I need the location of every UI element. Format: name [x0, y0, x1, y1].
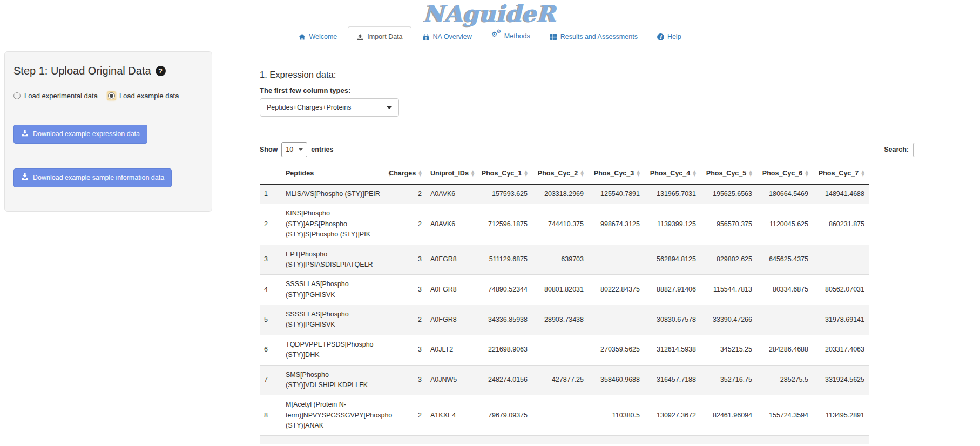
- sort-icon[interactable]: ▲▼: [471, 170, 475, 177]
- tab-welcome[interactable]: Welcome: [290, 26, 346, 48]
- table-row-partial: [260, 436, 869, 445]
- table-cell: 80801.82031: [532, 275, 588, 305]
- table-cell: 358460.9688: [588, 365, 644, 395]
- question-circle-icon[interactable]: ?: [156, 66, 166, 76]
- search-control: Search:: [884, 143, 980, 157]
- column-label: Phos_Cyc_2: [538, 170, 578, 177]
- chevron-down-icon: [299, 148, 303, 151]
- column-types-select[interactable]: Peptides+Charges+Proteins: [260, 98, 399, 117]
- table-cell: 88827.91406: [644, 275, 700, 305]
- table-cell: EPT[Phospho (STY)]PSIASDISLPIATQELR: [281, 245, 396, 275]
- upload-icon: [356, 33, 364, 41]
- show-label: Show: [260, 146, 278, 153]
- column-header-peptides[interactable]: Peptides▲▼: [281, 163, 396, 185]
- table-cell: 80334.6875: [756, 275, 813, 305]
- table-cell: 312614.5938: [644, 335, 700, 365]
- download-sample-information-button[interactable]: Download example sample information data: [13, 168, 172, 187]
- table-cell: 639703: [532, 245, 588, 275]
- column-header-rownames: [260, 163, 281, 185]
- table-cell: 115544.7813: [700, 275, 756, 305]
- divider: [13, 113, 201, 113]
- radio-icon: [13, 92, 21, 99]
- table-cell: 956570.375: [700, 204, 756, 245]
- download-icon: [21, 173, 29, 183]
- column-header-phos_cyc_6[interactable]: Phos_Cyc_6▲▼: [756, 163, 813, 185]
- table-cell: 284286.4688: [756, 335, 813, 365]
- tab-na-overview[interactable]: NA Overview: [414, 26, 481, 48]
- tab-label: Results and Assessments: [560, 32, 638, 42]
- table-body: 1MLISAVS[Phospho (STY)]PEIR2A0AVK6157593…: [260, 185, 869, 445]
- table-cell: 74890.52344: [474, 275, 532, 305]
- info-circle-icon: i: [657, 32, 664, 42]
- table-cell: 2: [396, 305, 426, 335]
- table-row: 8M[Acetyl (Protein N-term)]NPVYSPGSSGVPY…: [260, 395, 869, 436]
- table-cell: 157593.625: [474, 185, 532, 204]
- datatable-wrapper: Show 10 entries Search: Peptides▲▼Charge…: [260, 142, 980, 444]
- table-cell: 829802.625: [700, 245, 756, 275]
- sort-icon[interactable]: ▲▼: [693, 170, 696, 177]
- expression-data-table: Peptides▲▼Charges▲▼Uniprot_IDs▲▼Phos_Cyc…: [260, 163, 869, 444]
- column-label: Phos_Cyc_4: [650, 170, 690, 177]
- column-header-charges[interactable]: Charges▲▼: [396, 163, 426, 185]
- page-length-select[interactable]: 10: [281, 142, 307, 157]
- table-cell: 1120045.625: [756, 204, 813, 245]
- table-cell: M[Acetyl (Protein N-term)]NPVYSPGSSGVPY[…: [281, 395, 396, 436]
- tab-results-and-assessments[interactable]: Results and Assessments: [541, 26, 646, 48]
- table-row: 2KINS[Phospho (STY)]APS[Phospho (STY)]S[…: [260, 204, 869, 245]
- table-cell: MLISAVS[Phospho (STY)]PEIR: [281, 185, 396, 204]
- table-cell: 3: [396, 365, 426, 395]
- column-label: Uniprot_IDs: [430, 170, 469, 177]
- tab-methods[interactable]: ⚙⚙Methods: [483, 25, 539, 48]
- section-title: 1. Expression data:: [260, 70, 980, 80]
- download-icon: [21, 129, 29, 139]
- table-cell: 82461.96094: [700, 395, 756, 436]
- table-cell: 2: [396, 204, 426, 245]
- tab-import-data[interactable]: Import Data: [348, 26, 411, 48]
- table-row: 3EPT[Phospho (STY)]PSIASDISLPIATQELR3A0F…: [260, 245, 869, 275]
- column-header-phos_cyc_1[interactable]: Phos_Cyc_1▲▼: [474, 163, 532, 185]
- sort-icon[interactable]: ▲▼: [749, 170, 752, 177]
- column-header-phos_cyc_7[interactable]: Phos_Cyc_7▲▼: [813, 163, 869, 185]
- table-cell: A0FGR8: [426, 245, 474, 275]
- sort-icon[interactable]: ▲▼: [524, 170, 528, 177]
- search-input[interactable]: [913, 143, 980, 157]
- column-label: Phos_Cyc_7: [819, 170, 859, 177]
- binoculars-icon: [422, 33, 430, 41]
- table-cell: 427877.25: [532, 365, 588, 395]
- radio-load-example-data[interactable]: Load example data: [107, 92, 179, 100]
- tab-label: Import Data: [367, 32, 402, 42]
- table-cell: 34336.85938: [474, 305, 532, 335]
- column-header-uniprot_ids[interactable]: Uniprot_IDs▲▼: [426, 163, 474, 185]
- table-cell: 31978.69141: [813, 305, 869, 335]
- download-expression-data-button[interactable]: Download example expression data: [13, 125, 147, 144]
- divider: [13, 157, 201, 157]
- column-label: Peptides: [286, 170, 314, 177]
- table-cell: 511129.6875: [474, 245, 532, 275]
- column-header-phos_cyc_4[interactable]: Phos_Cyc_4▲▼: [644, 163, 700, 185]
- sort-icon[interactable]: ▲▼: [580, 170, 584, 177]
- sort-icon[interactable]: ▲▼: [418, 170, 422, 177]
- table-cell: 1139399.125: [644, 204, 700, 245]
- column-header-phos_cyc_5[interactable]: Phos_Cyc_5▲▼: [700, 163, 756, 185]
- radio-load-experimental-data[interactable]: Load experimental data: [13, 92, 98, 100]
- column-label: Phos_Cyc_1: [482, 170, 522, 177]
- sort-icon[interactable]: ▲▼: [861, 170, 864, 177]
- table-cell: 270359.5625: [588, 335, 644, 365]
- table-cell: SSSSLLAS[Phospho (STY)]PGHISVK: [281, 275, 396, 305]
- sort-icon[interactable]: ▲▼: [637, 170, 640, 177]
- table-cell: [532, 335, 588, 365]
- table-row: 7SMS[Phospho (STY)]VDLSHIPLKDPLLFK3A0JNW…: [260, 365, 869, 395]
- table-cell: A0AVK6: [426, 204, 474, 245]
- table-cell: 6: [260, 335, 281, 365]
- table-cell: 345215.25: [700, 335, 756, 365]
- table-cell: A0JNW5: [426, 365, 474, 395]
- app-title: NAguideR: [424, 1, 557, 27]
- sort-icon[interactable]: ▲▼: [805, 170, 808, 177]
- table-cell: 130927.3672: [644, 395, 700, 436]
- table-cell: A0FGR8: [426, 275, 474, 305]
- column-header-phos_cyc_2[interactable]: Phos_Cyc_2▲▼: [532, 163, 588, 185]
- tab-help[interactable]: iHelp: [648, 26, 690, 48]
- column-header-phos_cyc_3[interactable]: Phos_Cyc_3▲▼: [588, 163, 644, 185]
- table-cell: 331924.5625: [813, 365, 869, 395]
- table-cell: 113495.2891: [813, 395, 869, 436]
